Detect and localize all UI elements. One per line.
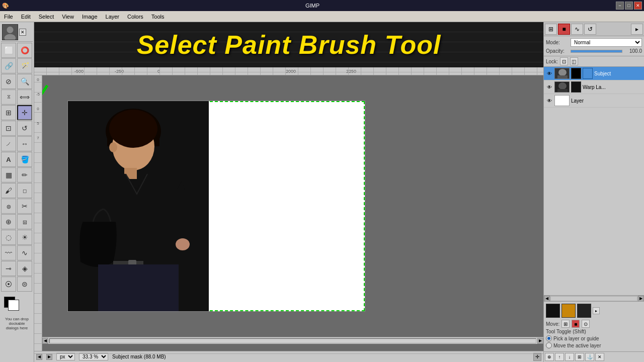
color-orange[interactable] bbox=[561, 304, 576, 318]
layer-eye-base[interactable]: 👁 bbox=[546, 97, 553, 104]
layer-eye-warp[interactable]: 👁 bbox=[546, 83, 553, 90]
new-layer-btn[interactable]: ⊕ bbox=[545, 353, 554, 361]
tool-paths[interactable]: ∿ bbox=[17, 245, 32, 260]
mode-select[interactable]: Normal bbox=[571, 38, 642, 47]
opacity-row: Opacity: 100.0 bbox=[546, 48, 642, 54]
layer-mask-subject bbox=[571, 68, 581, 79]
toolbox: ✕ ⬜ ⭕ 🔗 🪄 ⊘ 🔍 ⧖ ⟺ ⊞ ✛ ⊡ ↺ ⟋ ↔ A 🪣 ▦ ✏ 🖌 … bbox=[0, 22, 34, 362]
rp-history-btn[interactable]: ↺ bbox=[584, 24, 596, 35]
tool-pencil[interactable]: ✏ bbox=[17, 167, 32, 183]
canvas-scroll[interactable]: ◀ ▶ bbox=[42, 75, 543, 351]
scroll-right-btn[interactable]: ▶ bbox=[537, 338, 543, 344]
move-btn2[interactable]: ■ bbox=[572, 320, 580, 328]
tool-color-sample[interactable]: ⦿ bbox=[1, 277, 16, 292]
tool-blend[interactable]: ▦ bbox=[1, 167, 16, 183]
foreground-color[interactable] bbox=[8, 300, 19, 311]
toolbox-close[interactable]: ✕ bbox=[19, 29, 26, 36]
menu-view[interactable]: View bbox=[58, 13, 78, 21]
tool-rotate[interactable]: ↺ bbox=[17, 121, 32, 136]
tool-free-select[interactable]: 🔗 bbox=[1, 58, 16, 73]
layer-subject[interactable]: 👁 Subject bbox=[544, 67, 644, 80]
rp-extra-btn[interactable]: ▸ bbox=[631, 24, 643, 35]
rp-scroll-track[interactable] bbox=[551, 297, 637, 301]
menu-colors[interactable]: Colors bbox=[123, 13, 147, 21]
tool-clone[interactable]: ✂ bbox=[17, 199, 32, 214]
tool-move[interactable]: ✛ bbox=[17, 105, 32, 120]
lock-alpha-btn[interactable]: ◫ bbox=[570, 57, 578, 65]
tool-crop[interactable]: ⊡ bbox=[1, 121, 16, 136]
tool-text[interactable]: A bbox=[1, 152, 16, 167]
rp-paths-btn[interactable]: ∿ bbox=[571, 24, 583, 35]
move-layer-up-btn[interactable]: ↑ bbox=[555, 353, 564, 361]
layer-base[interactable]: 👁 Layer bbox=[544, 94, 644, 108]
menu-image[interactable]: Image bbox=[78, 13, 102, 21]
radio-move-active[interactable]: Move the active layer bbox=[546, 342, 642, 348]
tool-rectangle-select[interactable]: ⬜ bbox=[1, 43, 16, 58]
layer-warp[interactable]: 👁 Warp La... bbox=[544, 80, 644, 94]
rp-color-arrow[interactable]: ▸ bbox=[593, 307, 600, 314]
tool-iscissor[interactable]: ⊸ bbox=[1, 261, 16, 276]
rp-scroll-down[interactable]: ▶ bbox=[638, 296, 644, 302]
color-black[interactable] bbox=[546, 304, 560, 318]
opacity-slider[interactable] bbox=[571, 50, 622, 53]
gimp-canvas[interactable] bbox=[67, 101, 365, 312]
move-btn1[interactable]: ⊞ bbox=[561, 320, 570, 328]
tool-bucket-fill[interactable]: 🪣 bbox=[17, 152, 32, 167]
svg-point-17 bbox=[558, 69, 567, 76]
tool-blur[interactable]: ◌ bbox=[1, 230, 16, 245]
tool-align[interactable]: ⊞ bbox=[1, 105, 16, 120]
menu-edit[interactable]: Edit bbox=[17, 13, 35, 21]
tool-paintbrush[interactable]: 🖌 bbox=[1, 183, 16, 198]
titlebar-left: 🎨 bbox=[2, 3, 9, 9]
svg-line-3 bbox=[42, 85, 47, 191]
rp-layers-btn[interactable]: ⊞ bbox=[545, 24, 557, 35]
rp-scrollbar[interactable]: ◀ ▶ bbox=[544, 295, 644, 301]
layer-eye-subject[interactable]: 👁 bbox=[546, 70, 553, 77]
svg-rect-21 bbox=[557, 89, 568, 93]
tool-fuzzy-select[interactable]: 🪄 bbox=[17, 58, 32, 73]
tool-transform[interactable]: ⟺ bbox=[17, 89, 32, 105]
tool-flip[interactable]: ↔ bbox=[17, 136, 32, 151]
tool-heal[interactable]: ⊕ bbox=[1, 214, 16, 229]
tool-ellipse-select[interactable]: ⭕ bbox=[17, 43, 32, 58]
opacity-value: 100.0 bbox=[624, 48, 642, 54]
tool-dodge[interactable]: ☀ bbox=[17, 230, 32, 245]
tool-shear[interactable]: ⟋ bbox=[1, 136, 16, 151]
tool-fg-select[interactable]: ◈ bbox=[17, 261, 32, 276]
duplicate-layer-btn[interactable]: ⊞ bbox=[575, 353, 584, 361]
menu-select[interactable]: Select bbox=[35, 13, 58, 21]
radio-pick-layer[interactable]: Pick a layer or guide bbox=[546, 335, 642, 341]
tool-airbrush[interactable]: ◍ bbox=[1, 199, 16, 214]
tool-color-picker-top[interactable]: ⊘ bbox=[1, 74, 16, 89]
menu-tools[interactable]: Tools bbox=[147, 13, 169, 21]
h-scroll-track[interactable] bbox=[49, 338, 536, 343]
menu-file[interactable]: File bbox=[0, 13, 17, 21]
move-layer-down-btn[interactable]: ↓ bbox=[565, 353, 574, 361]
maximize-button[interactable]: □ bbox=[625, 2, 633, 10]
minimize-button[interactable]: − bbox=[616, 2, 624, 10]
tool-perspective[interactable]: ⧆ bbox=[17, 214, 32, 229]
anchor-layer-btn[interactable]: ⚓ bbox=[585, 353, 594, 361]
tool-measure[interactable]: ⧖ bbox=[1, 89, 16, 105]
lock-label: Lock: bbox=[546, 59, 558, 64]
lock-pixels-btn[interactable]: ⊡ bbox=[560, 57, 568, 65]
move-btn3[interactable]: ⊙ bbox=[582, 320, 590, 328]
scroll-left-btn[interactable]: ◀ bbox=[42, 338, 48, 344]
tutorial-banner: Select Paint Brush Tool bbox=[34, 22, 543, 67]
delete-layer-btn[interactable]: ✕ bbox=[595, 353, 604, 361]
tool-zoom[interactable]: 🔍 bbox=[17, 74, 32, 89]
rp-channels-btn[interactable]: ■ bbox=[558, 24, 570, 35]
menu-layer[interactable]: Layer bbox=[102, 13, 124, 21]
tool-smudge[interactable]: 〰 bbox=[1, 245, 16, 260]
h-scrollbar[interactable]: ◀ ▶ bbox=[42, 337, 543, 344]
tool-eraser[interactable]: ◻ bbox=[17, 183, 32, 198]
canvas-with-ruler: 0 -5 0 5 7 bbox=[34, 75, 543, 351]
tool-color-balance[interactable]: ⊜ bbox=[17, 277, 32, 292]
mode-row: Mode: Normal bbox=[546, 38, 642, 47]
avatar bbox=[2, 24, 18, 40]
radio-move-label: Move the active layer bbox=[553, 343, 601, 348]
close-button[interactable]: ✕ bbox=[634, 2, 642, 10]
color-darkgray[interactable] bbox=[577, 304, 591, 318]
rp-scroll-up[interactable]: ◀ bbox=[544, 296, 550, 302]
rp-mode: Mode: Normal Opacity: 100.0 bbox=[544, 36, 644, 56]
